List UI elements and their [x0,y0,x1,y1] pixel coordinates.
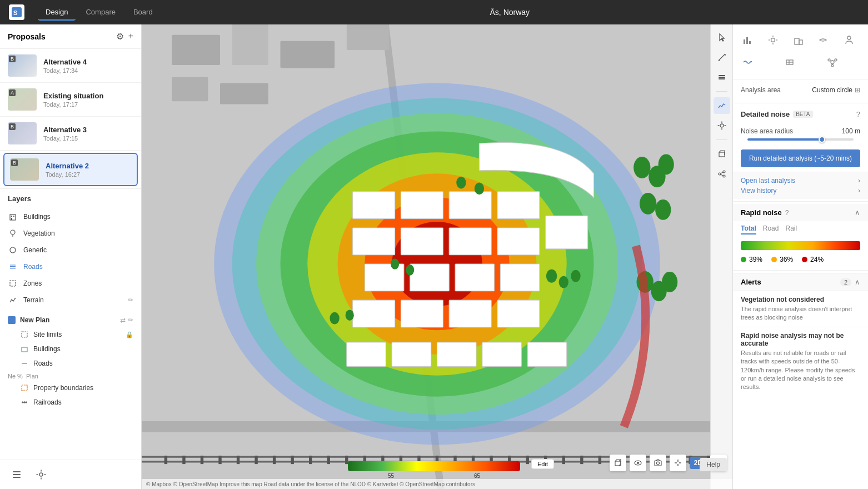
proposal-date-alt2: Today, 16:27 [46,171,89,178]
filter-icon[interactable]: ⚙ [116,31,124,42]
sub-layer-railroads[interactable]: Railroads [8,395,133,410]
noise-tab-road[interactable]: Road [763,224,779,234]
plan-edit-icon[interactable]: ✏ [128,316,133,324]
alert-vegetation-desc: The rapid noise analysis doesn't interpr… [741,305,860,322]
svg-rect-138 [744,39,745,44]
svg-rect-128 [719,75,725,76]
terrain-edit-icon[interactable]: ✏ [128,296,133,304]
rt-layers-btn[interactable] [714,69,730,86]
proposal-alt2[interactable]: B Alternative 2 Today, 16:27 [3,153,138,186]
svg-point-65 [475,183,484,195]
sub-layer-plan-roads[interactable]: Roads [8,356,133,371]
view-history-link[interactable]: View history › [741,187,860,194]
svg-rect-54 [500,264,540,291]
sidebar-layers-btn[interactable] [8,466,26,483]
sub-layer-plan-buildings[interactable]: Buildings [8,342,133,356]
detailed-noise-help-icon[interactable]: ? [856,110,860,118]
layer-vegetation[interactable]: Vegetation [8,225,133,242]
rp-divider-4 [733,270,868,271]
analysis-area-label: Analysis area [741,86,781,94]
map-compass-btn[interactable] [670,455,686,471]
ai-wave-btn[interactable] [737,52,757,72]
ai-bar-chart-btn[interactable] [737,30,757,50]
add-proposal-icon[interactable]: + [128,31,133,42]
plan-replace-icon[interactable]: ⇄ [120,316,126,324]
layer-zones[interactable]: Zones [8,275,133,292]
noise-tab-total[interactable]: Total [741,224,756,234]
svg-rect-47 [401,228,443,255]
layer-generic[interactable]: Generic [8,242,133,258]
noise-slider-thumb[interactable] [819,136,825,143]
map-svg [142,24,732,489]
open-last-analysis-link[interactable]: Open last analysis › [741,177,860,184]
app-logo[interactable]: S [9,4,24,20]
sidebar-actions: ⚙ + [116,31,133,42]
svg-rect-51 [365,264,404,291]
proposal-alt3[interactable]: B Alternative 3 Today, 17:15 [0,117,141,151]
ai-wind-btn[interactable] [814,30,834,50]
rt-settings-btn[interactable] [714,117,730,134]
tab-board[interactable]: Board [126,4,161,21]
layer-buildings[interactable]: Buildings [8,208,133,225]
sub-layer-property[interactable]: Property boundaries [8,381,133,395]
property-icon [20,383,29,392]
analysis-area-value-group[interactable]: Custom circle ⊞ [812,86,860,94]
alerts-header: Alerts 2 ∧ [733,273,868,291]
svg-point-135 [723,175,725,177]
rt-3d-btn[interactable] [714,146,730,162]
proposal-thumb-alt3: B [8,122,37,144]
rt-cursor-btn[interactable] [714,29,730,46]
rapid-noise-title-row: Rapid noise ? [741,208,789,217]
map-area[interactable] [142,24,732,489]
ai-buildings-btn[interactable] [789,30,809,50]
rapid-noise-help-icon[interactable]: ? [785,209,789,217]
new-plan-container: New Plan ⇄ ✏ Site limits 🔒 Buildings [8,313,133,410]
view-history-text: View history [741,187,776,194]
map-screenshot-btn[interactable] [650,455,666,471]
proposal-alt4[interactable]: B Alternative 4 Today, 17:34 [0,49,141,83]
proposal-existing[interactable]: A Existing situation Today, 17:17 [0,83,141,117]
sub-layer-name-property: Property boundaries [33,384,133,392]
ai-people-btn[interactable] [839,30,859,50]
svg-rect-31 [347,24,389,50]
svg-rect-43 [401,192,443,219]
proposal-thumb-existing: A [8,88,37,111]
noise-dot-yellow [771,257,777,262]
tab-compare[interactable]: Compare [78,4,123,21]
svg-rect-28 [172,35,220,65]
noise-radius-slider[interactable] [747,138,854,141]
map-background [142,24,732,489]
layer-terrain[interactable]: Terrain ✏ [8,292,133,308]
svg-rect-48 [449,228,491,255]
alerts-expand-icon[interactable]: ∧ [855,278,860,286]
map-eye-btn[interactable] [630,455,646,471]
help-button[interactable]: Help [700,458,727,471]
alerts-badge: 2 [840,278,851,286]
proposal-thumb-alt4: B [8,54,37,77]
svg-point-71 [559,276,568,288]
tab-design[interactable]: Design [38,4,76,21]
ai-solar-btn[interactable] [780,52,800,72]
new-plan-header[interactable]: New Plan ⇄ ✏ [8,313,133,327]
run-analysis-button[interactable]: Run detailed analysis (~5-20 mins) [741,149,860,167]
sidebar-settings-btn[interactable] [32,466,50,483]
ai-network-btn[interactable] [822,52,842,72]
svg-rect-32 [172,77,208,101]
map-cube-btn[interactable] [610,455,626,471]
noise-radius-row: Noise area radius 100 m [733,125,868,137]
open-last-analysis-text: Open last analysis [741,177,795,184]
layer-name-zones: Zones [23,280,133,287]
rt-share-btn[interactable] [714,166,730,182]
noise-tab-rail[interactable]: Rail [785,224,797,234]
sidebar: Proposals ⚙ + B Alternative 4 Today, 17:… [0,24,142,489]
edit-button[interactable]: Edit [531,459,554,469]
layer-roads[interactable]: Roads [8,258,133,275]
ai-sun-btn[interactable] [763,30,783,50]
rapid-noise-collapse-icon[interactable]: ∧ [855,208,860,217]
svg-point-75 [659,154,674,175]
sub-layer-site-limits[interactable]: Site limits 🔒 [8,327,133,342]
sidebar-header: Proposals ⚙ + [0,24,141,49]
rt-measure-btn[interactable] [714,49,730,66]
sub-layer-name-railroads: Railroads [33,398,133,406]
rt-analysis-btn[interactable] [714,97,730,114]
